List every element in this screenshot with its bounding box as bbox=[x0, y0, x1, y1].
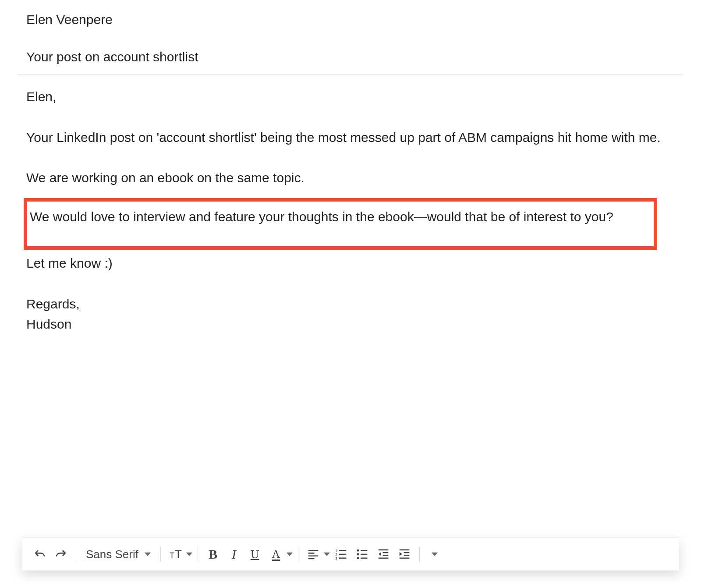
body-para2: We are working on an ebook on the same t… bbox=[26, 168, 675, 188]
svg-text:3: 3 bbox=[335, 556, 337, 561]
font-size-select[interactable]: TT bbox=[166, 545, 192, 564]
underline-button[interactable]: U bbox=[245, 545, 265, 564]
toolbar-divider bbox=[298, 546, 298, 562]
svg-point-5 bbox=[357, 557, 359, 559]
redo-icon bbox=[54, 548, 67, 561]
redo-button[interactable] bbox=[51, 545, 71, 564]
chevron-down-icon bbox=[432, 553, 438, 556]
subject-text: Your post on account shortlist bbox=[26, 50, 198, 64]
numbered-list-icon: 1 2 3 bbox=[335, 548, 348, 561]
subject-field[interactable]: Your post on account shortlist bbox=[18, 37, 683, 74]
italic-icon: I bbox=[232, 547, 236, 562]
svg-point-3 bbox=[357, 549, 359, 552]
undo-icon bbox=[33, 548, 46, 561]
formatting-toolbar: Sans Serif TT B I U A bbox=[22, 538, 679, 570]
underline-icon: U bbox=[251, 547, 259, 561]
body-closing-name: Hudson bbox=[26, 314, 675, 335]
undo-button[interactable] bbox=[30, 545, 50, 564]
bullet-list-button[interactable] bbox=[353, 545, 372, 564]
chevron-down-icon bbox=[145, 553, 151, 556]
italic-button[interactable]: I bbox=[224, 545, 244, 564]
recipient-name: Elen Veenpere bbox=[26, 12, 113, 27]
toolbar-divider bbox=[198, 546, 198, 562]
bullet-list-icon bbox=[356, 548, 369, 561]
body-greeting: Elen, bbox=[26, 87, 675, 107]
toolbar-divider bbox=[76, 546, 76, 562]
font-size-icon: TT bbox=[170, 548, 182, 561]
align-left-icon bbox=[307, 548, 320, 561]
indent-more-button[interactable] bbox=[395, 545, 414, 564]
email-body-editor[interactable]: Elen, Your LinkedIn post on 'account sho… bbox=[18, 74, 683, 434]
body-para1: Your LinkedIn post on 'account shortlist… bbox=[26, 128, 675, 148]
align-button[interactable] bbox=[304, 545, 330, 564]
indent-increase-icon bbox=[398, 548, 411, 561]
to-field[interactable]: Elen Veenpere bbox=[18, 0, 683, 37]
toolbar-divider bbox=[419, 546, 420, 562]
body-para3: Let me know :) bbox=[26, 253, 675, 274]
highlighted-annotation: We would love to interview and feature y… bbox=[24, 198, 657, 250]
chevron-down-icon bbox=[186, 553, 192, 556]
indent-less-button[interactable] bbox=[374, 545, 393, 564]
font-family-label: Sans Serif bbox=[86, 548, 138, 561]
toolbar-divider bbox=[160, 546, 161, 562]
bold-button[interactable]: B bbox=[203, 545, 223, 564]
numbered-list-button[interactable]: 1 2 3 bbox=[332, 545, 351, 564]
compose-window: Elen Veenpere Your post on account short… bbox=[13, 0, 688, 434]
chevron-down-icon bbox=[287, 553, 293, 556]
chevron-down-icon bbox=[324, 553, 330, 556]
indent-decrease-icon bbox=[377, 548, 390, 561]
svg-point-4 bbox=[357, 553, 359, 556]
body-closing-regards: Regards, bbox=[26, 294, 675, 315]
text-color-icon: A bbox=[272, 548, 280, 561]
more-formatting-button[interactable] bbox=[425, 545, 444, 564]
body-highlighted: We would love to interview and feature y… bbox=[30, 207, 651, 227]
bold-icon: B bbox=[209, 547, 217, 562]
text-color-button[interactable]: A bbox=[266, 545, 293, 564]
font-family-select[interactable]: Sans Serif bbox=[81, 548, 155, 561]
